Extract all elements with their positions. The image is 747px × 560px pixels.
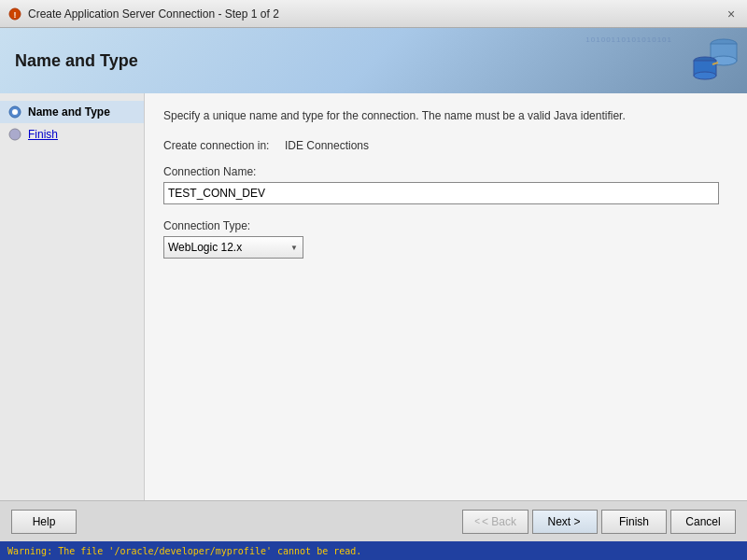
cancel-button[interactable]: Cancel [670,510,736,534]
footer-buttons: < < Back Next > Finish Cancel [462,510,736,534]
main-content: Name and Type Finish Specify a unique na… [0,93,747,500]
dialog-icon: ! [7,7,22,21]
help-button[interactable]: Help [11,510,77,534]
sidebar-item-finish[interactable]: Finish [0,123,144,146]
binary-text-decoration: 10100110101010101 [585,35,672,44]
connection-name-input[interactable] [163,182,719,204]
create-connection-label: Create connection in: [163,139,285,152]
close-button[interactable]: × [723,6,740,22]
sidebar-label-finish: Finish [28,128,58,141]
header-db-icon [677,33,742,84]
create-connection-value: IDE Connections [285,139,369,152]
back-button[interactable]: < < Back [462,510,529,534]
next-label: Next > [547,515,580,528]
create-connection-row: Create connection in: IDE Connections [163,139,728,152]
connection-name-label: Connection Name: [163,165,728,178]
sidebar-item-name-and-type[interactable]: Name and Type [0,101,144,123]
connection-name-group: Connection Name: [163,165,728,204]
back-arrow: < [474,516,480,526]
status-text: Warning: The file '/oracle/developer/myp… [7,546,361,556]
sidebar: Name and Type Finish [0,93,145,500]
status-bar: Warning: The file '/oracle/developer/myp… [0,541,747,560]
header-title: Name and Type [15,51,138,71]
instruction-text: Specify a unique name and type for the c… [163,108,728,124]
title-bar-text: Create Application Server Connection - S… [28,7,723,21]
back-label: < Back [482,515,516,528]
connection-type-label: Connection Type: [163,219,728,232]
svg-point-7 [694,72,716,79]
next-button[interactable]: Next > [532,510,598,534]
footer: Help < < Back Next > Finish Cancel [0,500,747,541]
connection-type-group: Connection Type: WebLogic 12.x WebLogic … [163,219,728,259]
svg-point-11 [9,129,21,140]
title-bar: ! Create Application Server Connection -… [0,0,747,28]
active-step-icon [7,105,22,119]
connection-type-wrapper: WebLogic 12.x WebLogic 10.x GlassFish JB… [163,236,303,259]
finish-button[interactable]: Finish [601,510,667,534]
sidebar-label-name-and-type: Name and Type [28,105,110,119]
svg-point-10 [12,109,18,115]
header-area: Name and Type 10100110101010101 [0,28,747,93]
connection-type-select[interactable]: WebLogic 12.x WebLogic 10.x GlassFish JB… [163,236,303,259]
svg-text:!: ! [14,10,17,20]
inactive-step-icon [7,127,22,142]
form-area: Specify a unique name and type for the c… [145,93,747,500]
header-decoration: 10100110101010101 [560,28,747,93]
